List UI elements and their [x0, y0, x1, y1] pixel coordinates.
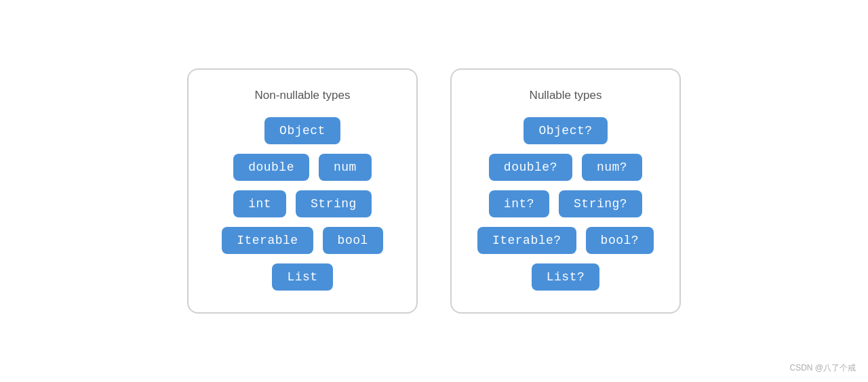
badge-1-1-0: double?	[489, 154, 572, 181]
badge-0-2-1: String	[296, 190, 372, 217]
badge-row-0-3: Iterablebool	[222, 227, 383, 254]
badge-0-3-1: bool	[323, 227, 383, 254]
badge-1-1-1: num?	[582, 154, 642, 181]
badge-1-2-0: int?	[489, 190, 549, 217]
badge-1-3-1: bool?	[586, 227, 654, 254]
panel-1: Nullable typesObject?double?num?int?Stri…	[450, 68, 681, 314]
badge-row-0-2: intString	[233, 190, 372, 217]
badge-1-3-0: Iterable?	[477, 227, 576, 254]
panel-0: Non-nullable typesObjectdoublenumintStri…	[187, 68, 418, 314]
main-container: Non-nullable typesObjectdoublenumintStri…	[133, 52, 735, 330]
badge-1-2-1: String?	[559, 190, 642, 217]
badge-row-1-2: int?String?	[489, 190, 642, 217]
badge-row-0-1: doublenum	[233, 154, 372, 181]
panel-title-1: Nullable types	[530, 89, 602, 102]
badge-row-1-3: Iterable?bool?	[477, 227, 654, 254]
watermark: CSDN @八了个戒	[789, 362, 856, 374]
badge-0-3-0: Iterable	[222, 227, 313, 254]
badge-rows-1: Object?double?num?int?String?Iterable?bo…	[473, 117, 658, 291]
badge-0-2-0: int	[233, 190, 286, 217]
badge-row-1-4: List?	[532, 263, 600, 291]
badge-1-0-0: Object?	[524, 117, 607, 144]
badge-row-1-1: double?num?	[489, 154, 642, 181]
badge-1-4-0: List?	[532, 263, 600, 291]
badge-0-0-0: Object	[264, 117, 340, 144]
badge-row-0-4: List	[272, 263, 332, 291]
badge-rows-0: ObjectdoublenumintStringIterableboolList	[210, 117, 395, 291]
badge-0-1-0: double	[233, 154, 309, 181]
badge-row-1-0: Object?	[524, 117, 607, 144]
badge-0-1-1: num	[319, 154, 372, 181]
panel-title-0: Non-nullable types	[255, 89, 351, 102]
badge-0-4-0: List	[272, 263, 332, 291]
badge-row-0-0: Object	[264, 117, 340, 144]
